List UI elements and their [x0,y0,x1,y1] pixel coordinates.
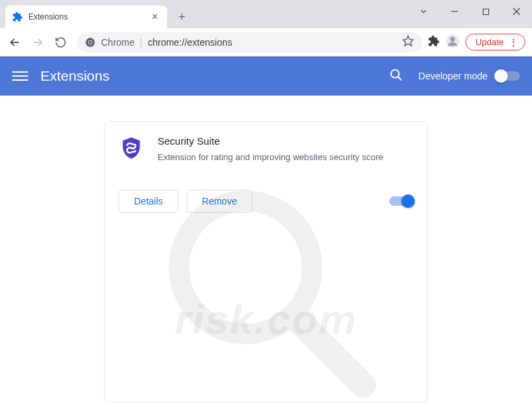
developer-mode-label: Developer mode [418,71,488,81]
update-label: Update [475,37,504,47]
page-title: Extensions [40,68,389,84]
extensions-header: Extensions Developer mode [0,57,532,96]
url-text: chrome://extensions [147,37,232,48]
update-button[interactable]: Update ⋮ [465,34,525,50]
card-header: Security Suite Extension for rating and … [119,135,413,164]
content-area: risk.com Security Suite Extension for ra… [0,96,532,403]
forward-button[interactable] [27,32,48,53]
tab-title: Extensions [28,12,149,22]
extension-info: Security Suite Extension for rating and … [158,135,413,164]
developer-mode-toggle[interactable] [496,71,520,81]
chevron-down-icon[interactable] [408,0,439,23]
extension-enable-toggle[interactable] [389,196,413,206]
puzzle-icon [12,11,23,22]
close-window-button[interactable] [501,0,532,23]
profile-icon[interactable] [445,34,460,51]
chrome-logo-icon [85,37,96,48]
svg-line-13 [398,77,401,80]
browser-window: Extensions × + Chrome | chrome://extensi… [0,0,532,403]
toolbar-actions: Update ⋮ [428,34,528,51]
new-tab-button[interactable]: + [172,7,191,26]
maximize-button[interactable] [470,0,501,23]
separator: | [140,37,143,48]
reload-button[interactable] [50,32,71,53]
extension-name: Security Suite [158,135,413,147]
menu-dots-icon: ⋮ [509,37,517,47]
extensions-icon[interactable] [428,35,440,50]
extension-description: Extension for rating and improving websi… [158,151,413,164]
back-button[interactable] [4,32,26,53]
site-info: Chrome | chrome://extensions [85,37,232,48]
star-icon[interactable] [402,35,414,50]
tab-strip: Extensions × + [0,0,191,28]
toolbar: Chrome | chrome://extensions Update ⋮ [0,28,532,57]
svg-point-12 [391,70,399,78]
svg-point-8 [89,40,92,44]
svg-point-11 [450,36,455,41]
minimize-button[interactable] [439,0,470,23]
remove-button[interactable]: Remove [187,190,253,213]
details-button[interactable]: Details [119,190,178,213]
menu-icon[interactable] [12,68,28,84]
tab-extensions[interactable]: Extensions × [5,5,167,28]
window-controls [408,0,532,23]
close-icon[interactable]: × [149,11,160,22]
titlebar: Extensions × + [0,0,532,28]
omnibox[interactable]: Chrome | chrome://extensions [77,32,422,52]
svg-marker-9 [403,36,413,45]
site-label: Chrome [101,37,135,48]
card-actions: Details Remove [119,190,413,213]
search-icon[interactable] [389,67,403,85]
svg-rect-1 [483,9,488,14]
extension-card: Security Suite Extension for rating and … [104,121,428,403]
shield-icon [119,135,144,161]
